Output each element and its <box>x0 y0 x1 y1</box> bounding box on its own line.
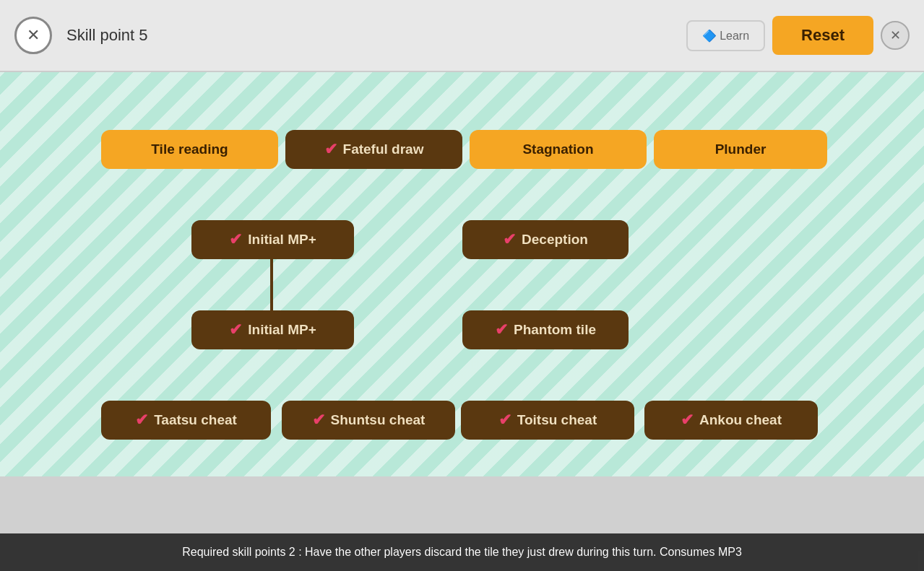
deception-button[interactable]: ✔ Deception <box>462 220 629 259</box>
fateful-draw-checkmark: ✔ <box>324 140 337 159</box>
fateful-draw-button[interactable]: ✔ Fateful draw <box>285 130 462 169</box>
ankou-cheat-checkmark: ✔ <box>681 411 694 430</box>
stagnation-button[interactable]: Stagnation <box>470 130 647 169</box>
main-area: Tile reading ✔ Fateful draw Stagnation P… <box>0 72 924 476</box>
tile-reading-button[interactable]: Tile reading <box>101 130 278 169</box>
skill-point-label: Skill point 5 <box>66 26 148 45</box>
skill-tree: Tile reading ✔ Fateful draw Stagnation P… <box>0 72 924 476</box>
shuntsu-cheat-checkmark: ✔ <box>312 411 325 430</box>
shuntsu-cheat-button[interactable]: ✔ Shuntsu cheat <box>282 401 455 440</box>
header-right: 🔷 Learn Reset ✕ <box>686 16 910 55</box>
phantom-tile-button[interactable]: ✔ Phantom tile <box>462 310 629 349</box>
initial-mp-2-checkmark: ✔ <box>229 321 242 339</box>
initial-mp-1-button[interactable]: ✔ Initial MP+ <box>191 220 354 259</box>
deception-checkmark: ✔ <box>503 230 516 249</box>
ankou-cheat-button[interactable]: ✔ Ankou cheat <box>644 401 818 440</box>
phantom-tile-checkmark: ✔ <box>495 321 508 339</box>
reset-button[interactable]: Reset <box>772 16 873 55</box>
taatsu-cheat-button[interactable]: ✔ Taatsu cheat <box>101 401 271 440</box>
tree-connector <box>270 259 273 324</box>
initial-mp-1-checkmark: ✔ <box>229 230 242 249</box>
learn-button[interactable]: 🔷 Learn <box>686 20 765 51</box>
close-button[interactable]: ✕ <box>14 17 52 54</box>
toitsu-cheat-button[interactable]: ✔ Toitsu cheat <box>461 401 634 440</box>
header: ✕ Skill point 5 🔷 Learn Reset ✕ <box>0 0 924 72</box>
close-button-2[interactable]: ✕ <box>881 21 910 50</box>
status-bar: Required skill points 2 : Have the other… <box>0 533 924 571</box>
status-text: Required skill points 2 : Have the other… <box>182 546 742 559</box>
plunder-button[interactable]: Plunder <box>654 130 827 169</box>
taatsu-cheat-checkmark: ✔ <box>135 411 148 430</box>
toitsu-cheat-checkmark: ✔ <box>498 411 511 430</box>
